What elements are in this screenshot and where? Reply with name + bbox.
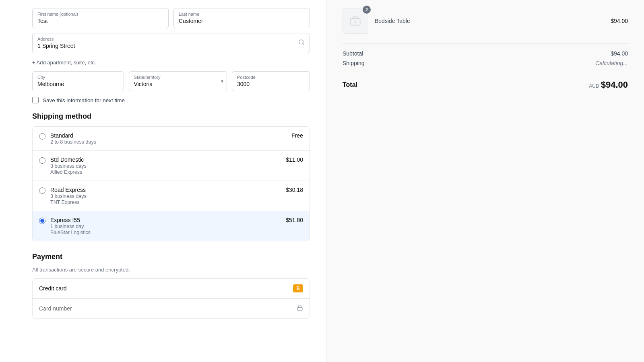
- first-name-label: First name (optional): [37, 12, 163, 16]
- last-name-input[interactable]: [179, 18, 305, 24]
- shipping-option-standard[interactable]: Standard 2 to 8 business days Free: [33, 127, 310, 151]
- shipping-carrier-road-express: TNT Express: [50, 200, 281, 205]
- shipping-carrier-express-i55: BlueStar Logistics: [50, 230, 281, 235]
- total-currency: AUD: [589, 83, 599, 89]
- product-name: Bedside Table: [375, 18, 604, 24]
- last-name-field: Last name: [173, 8, 310, 28]
- shipping-option-std-domestic[interactable]: Std Domestic 3 business days Allied Expr…: [33, 151, 310, 181]
- left-panel: First name (optional) Last name Address …: [0, 0, 326, 362]
- payment-method-label: Credit card: [39, 285, 66, 292]
- city-label: City: [37, 75, 119, 80]
- shipping-radio-standard[interactable]: [39, 133, 45, 140]
- shipping-days-express-i55: 1 business day: [50, 224, 281, 229]
- shipping-name-road-express: Road Express: [50, 187, 281, 193]
- total-row: Total AUD $94.00: [343, 80, 628, 90]
- postcode-input[interactable]: [237, 81, 305, 87]
- total-value-wrap: AUD $94.00: [589, 80, 628, 90]
- subtotal-label: Subtotal: [343, 50, 363, 57]
- address-field: Address: [32, 33, 310, 53]
- first-name-field: First name (optional): [32, 8, 169, 28]
- shipping-name-express-i55: Express I55: [50, 217, 281, 223]
- shipping-name-standard: Standard: [50, 132, 287, 139]
- subtotal-row: Subtotal $94.00: [343, 50, 628, 57]
- product-price: $94.00: [611, 18, 628, 24]
- shipping-summary-label: Shipping: [343, 60, 365, 66]
- shipping-option-road-express[interactable]: Road Express 3 business days TNT Express…: [33, 181, 310, 211]
- shipping-days-road-express: 3 business days: [50, 193, 281, 199]
- shipping-carrier-std-domestic: Allied Express: [50, 169, 281, 175]
- last-name-label: Last name: [179, 12, 305, 16]
- card-lock-icon: [297, 304, 303, 313]
- save-info-row: Save this information for next time: [32, 97, 310, 103]
- shipping-radio-road-express[interactable]: [39, 187, 45, 194]
- address-label: Address: [37, 37, 305, 41]
- state-label: State/territory: [134, 75, 222, 80]
- name-row: First name (optional) Last name: [32, 8, 310, 28]
- shipping-heading: Shipping method: [32, 112, 310, 121]
- svg-point-0: [299, 40, 303, 44]
- shipping-info-express-i55: Express I55 1 business day BlueStar Logi…: [50, 217, 281, 235]
- product-image-wrap: 2: [343, 8, 368, 34]
- save-info-checkbox[interactable]: [32, 97, 39, 103]
- first-name-input[interactable]: [37, 18, 163, 24]
- product-item: 2 Bedside Table $94.00: [343, 8, 628, 34]
- add-apartment-link[interactable]: + Add apartment, suite, etc.: [32, 60, 96, 66]
- product-quantity-badge: 2: [363, 6, 371, 14]
- shipping-price-express-i55: $51.80: [286, 217, 303, 223]
- summary-divider-2: [343, 73, 628, 73]
- svg-line-1: [303, 43, 304, 45]
- total-label: Total: [343, 81, 357, 88]
- address-search-icon: [298, 39, 305, 47]
- city-state-postcode-row: City State/territory Victoria New South …: [32, 71, 310, 91]
- shipping-name-std-domestic: Std Domestic: [50, 156, 281, 163]
- shipping-price-std-domestic: $11.00: [286, 156, 303, 163]
- shipping-info-road-express: Road Express 3 business days TNT Express: [50, 187, 281, 205]
- payment-heading: Payment: [32, 253, 310, 261]
- shipping-days-standard: 2 to 8 business days: [50, 139, 287, 145]
- shipping-row: Shipping Calculating...: [343, 60, 628, 66]
- shipping-option-express-i55[interactable]: Express I55 1 business day BlueStar Logi…: [33, 211, 310, 241]
- card-number-row: [33, 298, 310, 318]
- right-panel: 2 Bedside Table $94.00 Subtotal $94.00 S…: [326, 0, 644, 362]
- shipping-radio-std-domestic[interactable]: [39, 157, 45, 164]
- shipping-days-std-domestic: 3 business days: [50, 163, 281, 169]
- svg-rect-2: [297, 307, 302, 310]
- card-number-input[interactable]: [39, 305, 297, 312]
- address-row: Address: [32, 33, 310, 53]
- payment-subtitle: All transactions are secure and encrypte…: [32, 267, 310, 273]
- state-field: State/territory Victoria New South Wales…: [129, 71, 227, 91]
- summary-divider-1: [343, 43, 628, 44]
- postcode-field: Postcode: [232, 71, 310, 91]
- payment-options-container: Credit card B: [32, 278, 310, 319]
- braintree-badge: B: [293, 284, 303, 292]
- subtotal-value: $94.00: [611, 50, 628, 57]
- shipping-price-standard: Free: [291, 132, 303, 139]
- payment-option-credit-card[interactable]: Credit card B: [33, 279, 310, 298]
- city-input[interactable]: [37, 81, 119, 87]
- shipping-info-std-domestic: Std Domestic 3 business days Allied Expr…: [50, 156, 281, 175]
- address-input[interactable]: [37, 43, 305, 49]
- shipping-summary-value: Calculating...: [595, 60, 628, 66]
- city-field: City: [32, 71, 124, 91]
- save-info-label[interactable]: Save this information for next time: [43, 97, 125, 103]
- total-value: $94.00: [601, 80, 628, 90]
- shipping-options-container: Standard 2 to 8 business days Free Std D…: [32, 126, 310, 241]
- shipping-radio-express-i55[interactable]: [39, 218, 45, 224]
- state-select[interactable]: Victoria New South Wales Queensland Sout…: [134, 81, 222, 87]
- shipping-price-road-express: $30.18: [286, 187, 303, 193]
- postcode-label: Postcode: [237, 75, 305, 80]
- shipping-info-standard: Standard 2 to 8 business days: [50, 132, 287, 145]
